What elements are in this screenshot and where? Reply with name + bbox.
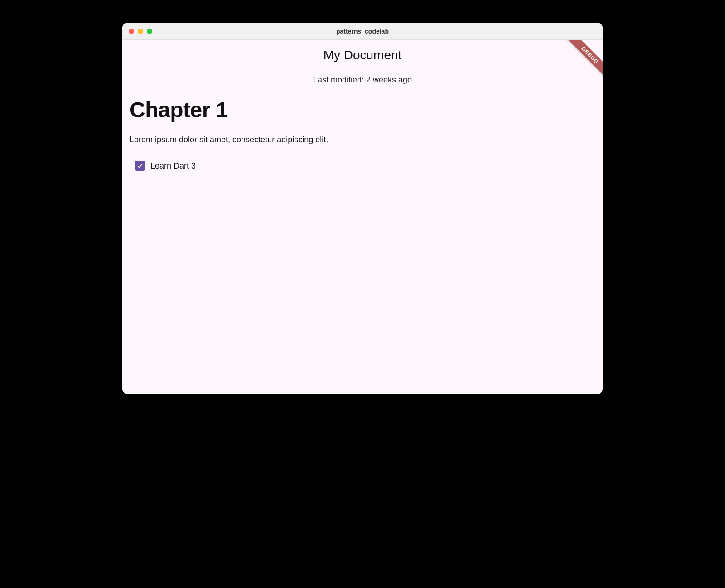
document-content: Chapter 1 Lorem ipsum dolor sit amet, co… [122,97,603,171]
todo-checkbox[interactable] [135,161,145,171]
app-body: DEBUG My Document Last modified: 2 weeks… [122,40,603,394]
maximize-window-button[interactable] [147,29,152,34]
close-window-button[interactable] [129,29,134,34]
chapter-heading: Chapter 1 [130,97,595,122]
minimize-window-button[interactable] [138,29,143,34]
last-modified-label: Last modified: 2 weeks ago [122,75,603,85]
window-title: patterns_codelab [122,28,603,35]
traffic-lights [129,29,152,34]
check-icon [136,162,144,169]
page-title: My Document [122,48,603,63]
todo-item: Learn Dart 3 [130,161,595,171]
body-paragraph: Lorem ipsum dolor sit amet, consectetur … [130,135,595,145]
titlebar: patterns_codelab [122,23,603,40]
todo-label: Learn Dart 3 [150,161,196,171]
app-window: patterns_codelab DEBUG My Document Last … [122,23,603,394]
